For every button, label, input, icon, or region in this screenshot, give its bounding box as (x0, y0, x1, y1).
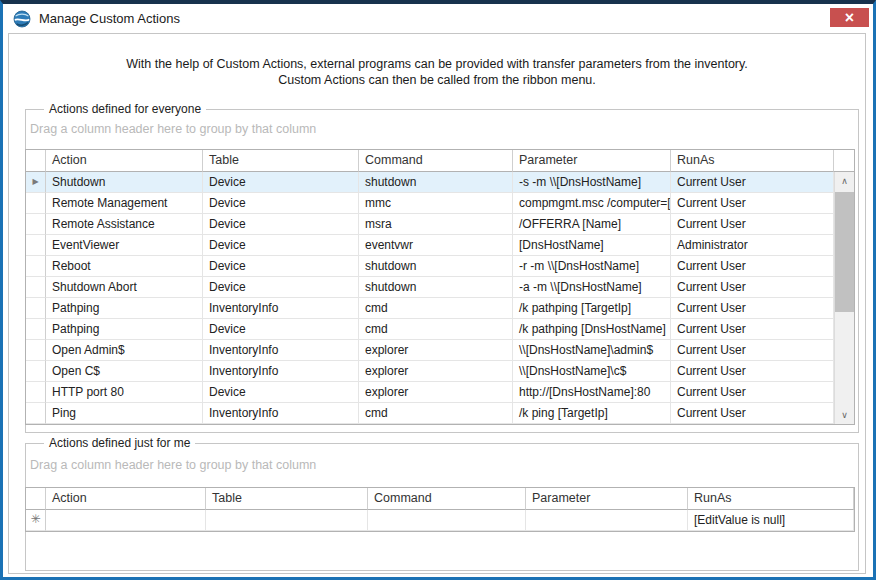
cell-parameter[interactable]: http://[DnsHostName]:80 (513, 382, 671, 403)
cell-command[interactable]: explorer (359, 361, 513, 382)
column-header-table[interactable]: Table (203, 150, 359, 172)
cell-parameter[interactable]: -s -m \\[DnsHostName] (513, 172, 671, 193)
cell-runas[interactable]: Current User (671, 256, 834, 277)
group-by-panel-just-me[interactable]: Drag a column header here to group by th… (30, 458, 316, 472)
row-indicator (26, 235, 46, 256)
vertical-scrollbar[interactable]: ∧ ∨ (834, 172, 854, 424)
cell-parameter[interactable]: -a -m \\[DnsHostName] (513, 277, 671, 298)
cell-parameter[interactable] (526, 510, 688, 531)
cell-action[interactable] (46, 510, 206, 531)
cell-runas[interactable]: Current User (671, 340, 834, 361)
cell-runas[interactable]: Current User (671, 172, 834, 193)
cell-table[interactable]: Device (203, 172, 359, 193)
cell-action[interactable]: EventViewer (46, 235, 203, 256)
cell-command[interactable]: eventvwr (359, 235, 513, 256)
cell-command[interactable]: cmd (359, 403, 513, 424)
cell-runas[interactable]: Current User (671, 298, 834, 319)
scroll-up-icon[interactable]: ∧ (835, 172, 854, 190)
cell-action[interactable]: HTTP port 80 (46, 382, 203, 403)
cell-table[interactable]: InventoryInfo (203, 340, 359, 361)
cell-action[interactable]: Shutdown Abort (46, 277, 203, 298)
cell-parameter[interactable]: \\[DnsHostName]\admin$ (513, 340, 671, 361)
column-header-command[interactable]: Command (368, 488, 526, 510)
cell-parameter[interactable]: /k pathping [DnsHostName] (513, 319, 671, 340)
cell-table[interactable]: Device (203, 382, 359, 403)
cell-runas[interactable]: Current User (671, 193, 834, 214)
cell-table[interactable]: Device (203, 235, 359, 256)
cell-parameter[interactable]: /k ping [TargetIp] (513, 403, 671, 424)
column-header-action[interactable]: Action (46, 488, 206, 510)
cell-runas[interactable]: Administrator (671, 235, 834, 256)
cell-runas[interactable]: Current User (671, 277, 834, 298)
table-row[interactable]: Open C$InventoryInfoexplorer\\[DnsHostNa… (26, 361, 854, 382)
cell-table[interactable] (206, 510, 368, 531)
column-header-parameter[interactable]: Parameter (513, 150, 671, 172)
table-row[interactable]: ▶ShutdownDeviceshutdown-s -m \\[DnsHostN… (26, 172, 854, 193)
cell-command[interactable]: explorer (359, 382, 513, 403)
cell-parameter[interactable]: compmgmt.msc /computer=[... (513, 193, 671, 214)
cell-table[interactable]: Device (203, 214, 359, 235)
cell-command[interactable] (368, 510, 526, 531)
cell-table[interactable]: Device (203, 319, 359, 340)
cell-parameter[interactable]: /k pathping [TargetIp] (513, 298, 671, 319)
cell-action[interactable]: Remote Assistance (46, 214, 203, 235)
cell-command[interactable]: shutdown (359, 277, 513, 298)
column-header-runas[interactable]: RunAs (671, 150, 834, 172)
cell-table[interactable]: Device (203, 193, 359, 214)
column-header-parameter[interactable]: Parameter (526, 488, 688, 510)
intro-line-1: With the help of Custom Actions, externa… (9, 56, 865, 72)
scrollbar-thumb[interactable] (835, 192, 854, 312)
cell-action[interactable]: Reboot (46, 256, 203, 277)
cell-action[interactable]: Ping (46, 403, 203, 424)
cell-runas[interactable]: [EditValue is null] (688, 510, 854, 531)
cell-action[interactable]: Open C$ (46, 361, 203, 382)
cell-command[interactable]: msra (359, 214, 513, 235)
cell-action[interactable]: Open Admin$ (46, 340, 203, 361)
cell-runas[interactable]: Current User (671, 319, 834, 340)
column-header-table[interactable]: Table (206, 488, 368, 510)
cell-parameter[interactable]: -r -m \\[DnsHostName] (513, 256, 671, 277)
scroll-down-icon[interactable]: ∨ (835, 406, 854, 424)
cell-table[interactable]: InventoryInfo (203, 403, 359, 424)
table-row[interactable]: PathpingInventoryInfocmd/k pathping [Tar… (26, 298, 854, 319)
grid-everyone-body: ▶ShutdownDeviceshutdown-s -m \\[DnsHostN… (26, 172, 854, 424)
cell-action[interactable]: Pathping (46, 298, 203, 319)
cell-table[interactable]: InventoryInfo (203, 361, 359, 382)
table-row[interactable]: PingInventoryInfocmd/k ping [TargetIp]Cu… (26, 403, 854, 424)
cell-parameter[interactable]: [DnsHostName] (513, 235, 671, 256)
cell-command[interactable]: shutdown (359, 256, 513, 277)
table-row[interactable]: HTTP port 80Deviceexplorerhttp://[DnsHos… (26, 382, 854, 403)
cell-action[interactable]: Pathping (46, 319, 203, 340)
close-button[interactable]: × (830, 8, 869, 27)
cell-runas[interactable]: Current User (671, 361, 834, 382)
cell-runas[interactable]: Current User (671, 382, 834, 403)
table-row[interactable]: EventViewerDeviceeventvwr[DnsHostName]Ad… (26, 235, 854, 256)
column-header-action[interactable]: Action (46, 150, 203, 172)
cell-table[interactable]: InventoryInfo (203, 298, 359, 319)
cell-command[interactable]: cmd (359, 298, 513, 319)
new-row[interactable]: ✳[EditValue is null] (26, 510, 854, 531)
column-header-command[interactable]: Command (359, 150, 513, 172)
column-header-runas[interactable]: RunAs (688, 488, 854, 510)
cell-parameter[interactable]: /OFFERRA [Name] (513, 214, 671, 235)
table-row[interactable]: RebootDeviceshutdown-r -m \\[DnsHostName… (26, 256, 854, 277)
cell-command[interactable]: shutdown (359, 172, 513, 193)
cell-action[interactable]: Remote Management (46, 193, 203, 214)
cell-runas[interactable]: Current User (671, 214, 834, 235)
cell-command[interactable]: mmc (359, 193, 513, 214)
cell-table[interactable]: Device (203, 256, 359, 277)
table-row[interactable]: Shutdown AbortDeviceshutdown-a -m \\[Dns… (26, 277, 854, 298)
table-row[interactable]: Remote ManagementDevicemmccompmgmt.msc /… (26, 193, 854, 214)
group-by-panel-everyone[interactable]: Drag a column header here to group by th… (30, 122, 316, 136)
cell-action[interactable]: Shutdown (46, 172, 203, 193)
cell-command[interactable]: explorer (359, 340, 513, 361)
titlebar[interactable]: Manage Custom Actions × (3, 4, 873, 33)
cell-command[interactable]: cmd (359, 319, 513, 340)
table-row[interactable]: PathpingDevicecmd/k pathping [DnsHostNam… (26, 319, 854, 340)
table-row[interactable]: Open Admin$InventoryInfoexplorer\\[DnsHo… (26, 340, 854, 361)
grid-just-me-header: ActionTableCommandParameterRunAs (26, 488, 854, 510)
cell-table[interactable]: Device (203, 277, 359, 298)
table-row[interactable]: Remote AssistanceDevicemsra/OFFERRA [Nam… (26, 214, 854, 235)
cell-runas[interactable]: Current User (671, 403, 834, 424)
cell-parameter[interactable]: \\[DnsHostName]\c$ (513, 361, 671, 382)
